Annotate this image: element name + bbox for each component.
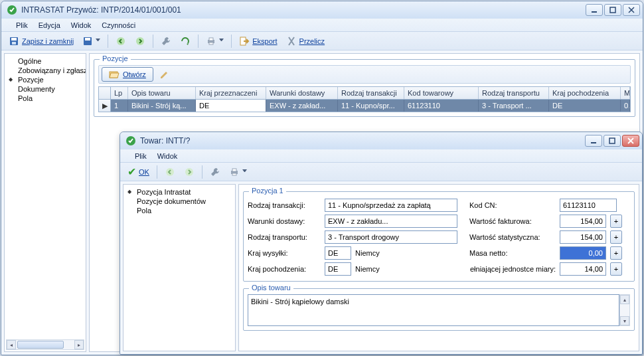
input-kraj-poch-code[interactable]	[325, 262, 351, 276]
child-print-button[interactable]	[226, 165, 250, 179]
input-rodzaj-transakcji[interactable]	[325, 199, 457, 212]
save-icon	[9, 36, 19, 46]
label-kraj-poch: Kraj pochodzenia:	[248, 265, 321, 273]
wrench-icon	[161, 36, 171, 46]
sidebar-item-obligated[interactable]: Zobowiązany i zgłaszaj	[6, 66, 84, 75]
main-sidebar: Ogólne Zobowiązany i zgłaszaj Pozycje Do…	[4, 53, 86, 352]
sidebar-hscroll[interactable]: ◂▸	[6, 339, 84, 350]
child-menubar: Plik Widok	[120, 149, 642, 163]
minimize-button[interactable]	[586, 4, 603, 16]
sidebar-item-fields[interactable]: Pola	[6, 94, 84, 103]
plus-wartosc-fakt[interactable]: +	[610, 215, 622, 228]
ok-button[interactable]: ✔ OK	[124, 165, 153, 179]
child-menu-view[interactable]: Widok	[152, 152, 183, 160]
arrow-left-icon	[165, 167, 175, 177]
col-kod[interactable]: Kod towarowy	[404, 87, 479, 99]
print-button[interactable]	[202, 34, 227, 48]
sidebar-item-intrastat[interactable]: Pozycja Intrastat	[125, 187, 234, 197]
positions-group: Pozycje Otwórz Lp Opis towaru Kraj przez…	[94, 59, 635, 117]
child-window: Towar: INTT/? Plik Widok ✔ OK Pozycja In…	[120, 132, 643, 355]
sidebar-item-doc-positions[interactable]: Pozycje dokumentów	[125, 197, 234, 206]
export-button[interactable]: Eksport	[236, 34, 280, 48]
svg-rect-21	[232, 169, 236, 171]
input-jednostka[interactable]	[560, 262, 606, 276]
label-kraj-wysylki: Kraj wysyłki:	[248, 249, 321, 257]
close-button[interactable]	[623, 4, 640, 16]
grid-row[interactable]: ▶ 1 Bikini - Strój ką... DE EXW - z zakł…	[99, 100, 630, 112]
child-menu-file[interactable]: Plik	[129, 152, 152, 160]
child-close-button[interactable]	[622, 135, 639, 147]
arrow-right-icon	[135, 36, 145, 46]
grid-header: Lp Opis towaru Kraj przeznaczeni Warunki…	[99, 87, 630, 100]
sidebar-item-fields[interactable]: Pola	[125, 206, 234, 215]
input-kod-cn[interactable]	[560, 199, 617, 212]
sidebar-item-documents[interactable]: Dokumenty	[6, 84, 84, 94]
cell-warunki: EXW - z zakład...	[266, 100, 338, 112]
export-icon	[239, 36, 250, 46]
col-opis[interactable]: Opis towaru	[128, 87, 196, 99]
col-kraj-przezn[interactable]: Kraj przeznaczeni	[196, 87, 266, 99]
plus-masa-netto[interactable]: +	[610, 246, 622, 260]
positions-legend: Pozycje	[100, 54, 131, 62]
nav-back-button[interactable]	[112, 34, 129, 48]
save-icon	[82, 36, 93, 46]
menu-view[interactable]: Widok	[66, 21, 97, 29]
col-m[interactable]: M	[621, 87, 630, 99]
col-rodzaj-trans[interactable]: Rodzaj transakcji	[338, 87, 404, 99]
printer-icon	[206, 36, 216, 46]
description-textarea[interactable]	[248, 294, 619, 326]
maximize-button[interactable]	[604, 4, 621, 16]
child-nav-back[interactable]	[161, 165, 179, 179]
child-sidebar: Pozycja Intrastat Pozycje dokumentów Pol…	[123, 184, 236, 351]
refresh-icon	[180, 36, 191, 46]
input-warunki[interactable]	[325, 215, 457, 228]
chevron-down-icon	[242, 169, 247, 174]
col-lp[interactable]: Lp	[111, 87, 128, 99]
tools-button[interactable]	[157, 34, 175, 48]
position-form-group: Pozycja 1 Rodzaj transakcji: Warunki dos…	[243, 191, 635, 282]
svg-point-18	[166, 168, 174, 176]
child-title: Towar: INTT/?	[140, 136, 585, 145]
save-close-button[interactable]: Zapisz i zamknij	[5, 34, 77, 48]
plus-jednostka[interactable]: +	[610, 262, 622, 276]
cell-transport: 3 - Transport ...	[479, 100, 549, 112]
col-warunki[interactable]: Warunki dostawy	[266, 87, 338, 99]
child-titlebar: Towar: INTT/?	[120, 132, 642, 149]
arrow-right-icon	[184, 167, 195, 177]
input-kraj-wysylki-code[interactable]	[325, 246, 351, 260]
child-maximize-button[interactable]	[604, 135, 621, 147]
description-legend: Opis towaru	[249, 284, 293, 292]
edit-line-button[interactable]	[156, 67, 173, 82]
input-wartosc-fakt[interactable]	[560, 215, 606, 228]
app-icon	[125, 135, 136, 146]
wrench-icon	[210, 167, 220, 177]
label-wartosc-fakt: Wartość fakturowa:	[469, 217, 556, 225]
menu-edit[interactable]: Edycja	[33, 21, 66, 29]
sidebar-item-general[interactable]: Ogólne	[6, 56, 84, 66]
calc-icon	[286, 36, 297, 46]
refresh-button[interactable]	[177, 34, 194, 48]
cell-rodzaj-trans: 11 - Kupno/spr...	[338, 100, 404, 112]
plus-wartosc-stat[interactable]: +	[610, 230, 622, 244]
svg-point-8	[117, 37, 125, 45]
input-masa-netto[interactable]	[560, 246, 606, 260]
positions-toolbar: Otwórz	[98, 65, 631, 84]
description-vscroll[interactable]: ▴▾	[619, 294, 630, 326]
nav-fwd-button[interactable]	[131, 34, 149, 48]
menu-actions[interactable]: Czynności	[96, 21, 141, 29]
save-split-button[interactable]	[79, 34, 104, 48]
label-transport: Rodzaj transportu:	[248, 233, 321, 241]
sidebar-item-positions[interactable]: Pozycje	[6, 75, 84, 84]
child-minimize-button[interactable]	[585, 135, 602, 147]
main-toolbar: Zapisz i zamknij Eksport Przelicz	[1, 32, 643, 50]
child-tools-button[interactable]	[206, 165, 224, 179]
input-transport[interactable]	[325, 230, 457, 244]
input-wartosc-stat[interactable]	[560, 230, 606, 244]
open-button[interactable]: Otwórz	[102, 67, 153, 82]
cell-kraj-przezn[interactable]: DE	[196, 100, 266, 112]
recalc-button[interactable]: Przelicz	[283, 34, 329, 48]
col-transport[interactable]: Rodzaj transportu	[479, 87, 549, 99]
col-kraj-poch[interactable]: Kraj pochodzenia	[549, 87, 621, 99]
menu-file[interactable]: Plik	[11, 21, 33, 29]
child-nav-fwd[interactable]	[181, 165, 198, 179]
